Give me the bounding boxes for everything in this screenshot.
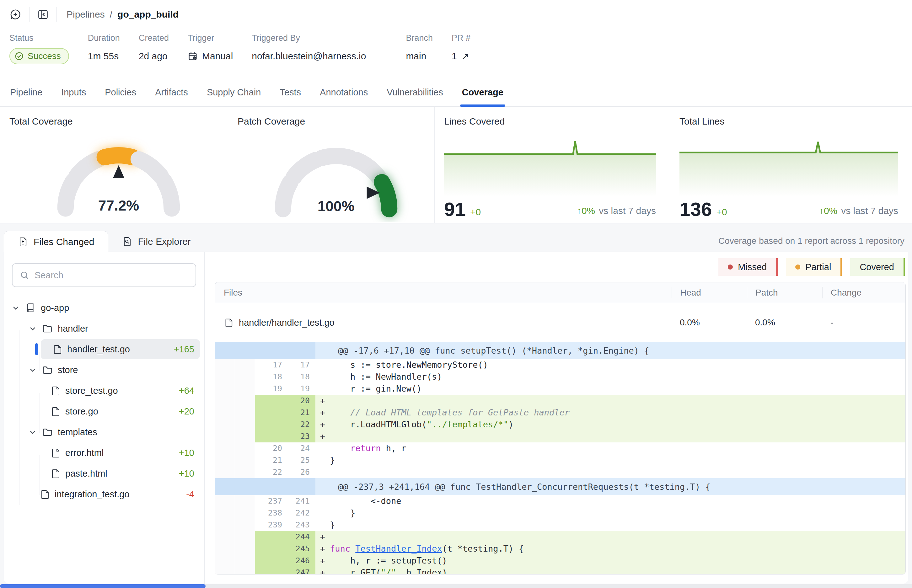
code-text (330, 531, 906, 543)
status-label: Triggered By (252, 33, 366, 43)
coverage-gutter (235, 495, 255, 507)
check-circle-icon (15, 52, 24, 61)
tree-item-label: store (58, 365, 78, 375)
search-icon (19, 270, 29, 280)
status-field-status: StatusSuccess (10, 33, 69, 64)
old-line-number: 237 (255, 495, 288, 507)
code-text: <-done (330, 495, 906, 507)
diff-line: 1717 s := store.NewMemoryStore() (215, 359, 906, 371)
column-header-head: Head (672, 287, 747, 299)
tree-item-handler[interactable]: handler (8, 318, 200, 339)
status-value-pr[interactable]: 1↗ (451, 48, 471, 64)
coverage-gutter (215, 543, 235, 555)
status-value-triggered-by: nofar.bluestein@harness.io (252, 48, 366, 64)
diff-marker (315, 359, 330, 371)
lines-covered-card: Lines Covered 91 +0 ↑0% vs last 7 days (435, 107, 670, 223)
breadcrumb-pipelines[interactable]: Pipelines (66, 9, 105, 20)
legend-chip-partial[interactable]: Partial (786, 258, 841, 276)
old-line-number: 22 (255, 466, 288, 478)
coverage-gutter (215, 495, 235, 507)
breadcrumb: Pipelines / go_app_build (66, 9, 179, 20)
column-header-patch: Patch (747, 287, 822, 299)
tree-item-integration-test-go[interactable]: integration_test.go-4 (8, 484, 200, 504)
coverage-gutter (235, 543, 255, 555)
file-patch-coverage: 0.0% (747, 318, 822, 328)
feedback-bubble-icon[interactable] (8, 7, 23, 22)
chevron-down-icon[interactable] (28, 324, 37, 333)
legend-bar (776, 258, 778, 276)
tree-item-paste-html[interactable]: paste.html+10 (8, 464, 200, 483)
file-icon (50, 386, 60, 396)
code-text: } (330, 507, 906, 519)
column-header-change: Change (822, 287, 906, 299)
search-input[interactable] (34, 270, 189, 281)
tree-item-templates[interactable]: templates (8, 422, 200, 442)
status-label: Branch (406, 33, 433, 43)
coverage-gutter (235, 430, 255, 443)
patch-coverage-title: Patch Coverage (238, 116, 434, 127)
status-value-trigger: Manual (188, 48, 233, 64)
diff-line: 245+func TestHandler_Index(t *testing.T)… (215, 543, 906, 555)
legend-bar (841, 258, 842, 276)
status-value-created: 2d ago (139, 48, 169, 64)
tab-inputs[interactable]: Inputs (61, 78, 87, 106)
lines-covered-value: 91 (444, 200, 466, 219)
tree-item-handler-test-go[interactable]: handler_test.go+165 (41, 339, 200, 359)
diff-marker: + (315, 555, 330, 567)
tree-item-error-html[interactable]: error.html+10 (8, 443, 200, 463)
tab-coverage[interactable]: Coverage (461, 78, 504, 106)
old-line-number: 238 (255, 507, 288, 519)
collapse-panel-icon[interactable] (36, 7, 50, 22)
legend-chip-missed[interactable]: Missed (718, 258, 776, 276)
tab-vulnerabilities[interactable]: Vulnerabilities (386, 78, 443, 106)
coverage-gutter (235, 418, 255, 430)
view-tab-file-explorer[interactable]: File Explorer (108, 231, 204, 252)
lines-covered-trend: ↑0% (577, 205, 595, 219)
new-line-number: 24 (288, 443, 315, 454)
tree-item-store-go[interactable]: store.go+20 (8, 401, 200, 422)
code-text: return h, r (330, 443, 906, 454)
tree-item-label: go-app (41, 303, 69, 313)
new-line-number: 245 (288, 543, 315, 555)
new-line-number: 21 (288, 407, 315, 418)
status-meta: BranchmainPR #1↗ (386, 33, 489, 71)
diff-line: 237241 <-done (215, 495, 906, 507)
chevron-down-icon[interactable] (11, 304, 20, 312)
horizontal-scrollbar-track (0, 584, 912, 588)
code-text: } (330, 519, 906, 531)
tab-pipeline[interactable]: Pipeline (10, 78, 43, 106)
file-row[interactable]: handler/handler_test.go 0.0% 0.0% - (215, 303, 906, 342)
diff-marker (315, 519, 330, 531)
diff-marker: + (315, 395, 330, 407)
tab-artifacts[interactable]: Artifacts (154, 78, 189, 106)
legend-chip-covered[interactable]: Covered (850, 258, 904, 276)
repo-icon (25, 302, 36, 313)
new-line-number: 25 (288, 454, 315, 466)
hunk-header-text: @@ -237,3 +241,164 @@ func TestHandler_C… (315, 478, 906, 495)
status-value-status: Success (10, 48, 69, 64)
tree-item-go-app[interactable]: go-app (8, 298, 200, 318)
horizontal-scrollbar-thumb[interactable] (0, 584, 205, 588)
view-tab-files-changed[interactable]: Files Changed (4, 231, 108, 252)
tab-policies[interactable]: Policies (104, 78, 137, 106)
file-tree: go-apphandlerhandler_test.go+165storesto… (4, 298, 204, 504)
file-search-icon (122, 237, 132, 247)
patch-coverage-value: 100% (262, 198, 410, 215)
tree-item-store[interactable]: store (8, 360, 200, 380)
lines-covered-sparkline (444, 137, 656, 196)
gauge-segment (294, 160, 316, 177)
chevron-down-icon[interactable] (28, 428, 37, 436)
diff-line: 20+ (215, 395, 906, 407)
tree-item-label: store_test.go (65, 386, 118, 396)
tab-supply-chain[interactable]: Supply Chain (206, 78, 262, 106)
tree-item-store-test-go[interactable]: store_test.go+64 (8, 381, 200, 401)
code-text (330, 430, 906, 443)
diff-marker: + (315, 418, 330, 430)
old-line-number (255, 395, 288, 407)
code-text: } (330, 454, 906, 466)
file-icon (224, 318, 233, 327)
diff-marker: + (315, 407, 330, 418)
tab-tests[interactable]: Tests (279, 78, 302, 106)
tab-annotations[interactable]: Annotations (319, 78, 369, 106)
chevron-down-icon[interactable] (28, 365, 37, 374)
